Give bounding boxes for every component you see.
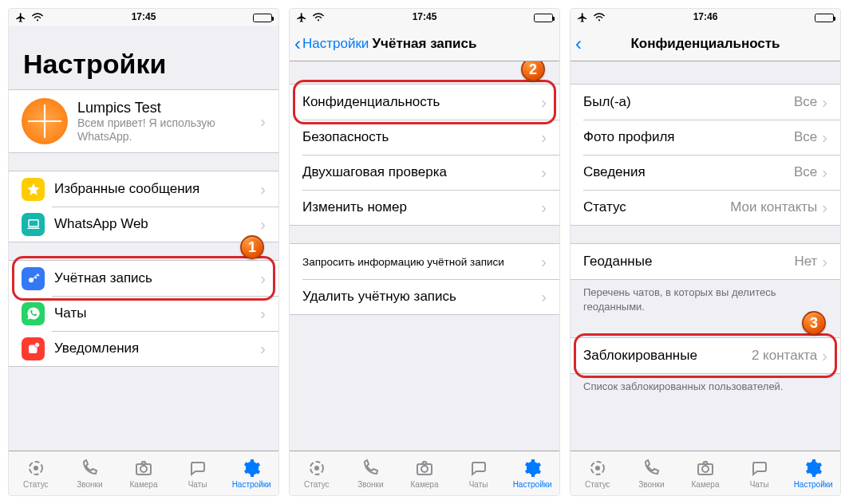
tab-camera[interactable]: Камера [116,451,171,495]
back-button[interactable]: ‹ Настройки [294,26,369,61]
tab-label: Настройки [232,480,271,489]
tab-settings[interactable]: Настройки [224,451,278,495]
step-badge-2: 2 [521,61,545,81]
group-blocked: 3 Заблокированные 2 контакта › [571,337,840,374]
status-bar: 17:46 [571,9,840,26]
tab-status[interactable]: Статус [571,451,625,495]
chevron-right-icon: › [541,253,547,271]
tab-label: Статус [304,480,330,489]
tab-chats[interactable]: Чаты [171,451,225,495]
row-value: Нет [794,254,817,270]
row-chats[interactable]: Чаты › [9,296,278,331]
content-area[interactable]: 2 Конфиденциальность › Безопасность › Дв… [290,61,559,451]
row-starred[interactable]: Избранные сообщения › [9,171,278,207]
camera-icon [133,458,154,478]
tab-status[interactable]: Статус [290,451,344,495]
battery-icon [534,14,553,22]
profile-row[interactable]: Lumpics Test Всем привет! Я использую Wh… [9,90,278,152]
chevron-right-icon: › [260,112,266,131]
row-value: Все [794,164,817,180]
profile-group: Lumpics Test Всем привет! Я использую Wh… [9,89,278,153]
statusbar-time: 17:45 [413,11,437,22]
content-area[interactable]: Был(-а) Все › Фото профиля Все › Сведени… [571,61,840,451]
row-whatsapp-web[interactable]: WhatsApp Web › [9,207,278,242]
group-quicklinks: Избранные сообщения › WhatsApp Web › [9,171,278,242]
row-change-number[interactable]: Изменить номер › [290,190,559,225]
row-blocked[interactable]: Заблокированные 2 контакта › [571,338,840,373]
chevron-right-icon: › [822,347,827,365]
tab-chats[interactable]: Чаты [452,451,506,495]
tab-bar: Статус Звонки Камера Чаты Настройки [571,451,840,495]
row-label: Сведения [583,164,794,180]
tab-camera[interactable]: Камера [397,451,452,495]
row-privacy[interactable]: Конфиденциальность › [290,85,559,120]
tab-label: Камера [130,480,158,489]
row-profile-photo[interactable]: Фото профиля Все › [571,120,840,155]
screen-privacy: 17:46 ‹ Конфиденциальность Был(-а) Все ›… [570,8,841,496]
tab-settings[interactable]: Настройки [505,451,559,495]
nav-bar: ‹ Конфиденциальность [571,26,840,61]
row-label: Двухшаговая проверка [302,164,541,180]
row-delete-account[interactable]: Удалить учётную запись › [290,279,559,314]
camera-icon [695,458,716,478]
tab-label: Настройки [513,480,552,489]
row-label: Статус [583,199,730,215]
chevron-left-icon: ‹ [575,34,582,53]
row-label: Запросить информацию учётной записи [302,256,541,268]
back-button[interactable]: ‹ [575,26,583,61]
row-request-info[interactable]: Запросить информацию учётной записи › [290,244,559,279]
phone-icon [360,458,381,478]
svg-point-9 [318,19,319,21]
phone-icon [79,458,100,478]
tab-calls[interactable]: Звонки [344,451,398,495]
gear-icon [241,458,262,478]
camera-icon [414,458,435,478]
group-privacy-who: Был(-а) Все › Фото профиля Все › Сведени… [571,84,840,226]
tab-camera[interactable]: Камера [678,451,733,495]
step-badge-1: 1 [240,235,264,259]
tab-calls[interactable]: Звонки [63,451,117,495]
page-title: Настройки [9,26,278,89]
row-label: Удалить учётную запись [302,289,541,305]
status-bar: 17:45 [9,9,278,26]
chevron-right-icon: › [822,128,827,147]
tab-status[interactable]: Статус [9,451,63,495]
svg-point-14 [598,19,600,21]
row-label: Учётная запись [54,270,260,286]
content-area[interactable]: Настройки Lumpics Test Всем привет! Я ис… [9,26,278,451]
wifi-icon [593,13,606,22]
status-ring-icon [587,458,608,478]
nav-bar: ‹ Настройки Учётная запись [290,26,559,61]
row-twostep[interactable]: Двухшаговая проверка › [290,155,559,190]
chevron-right-icon: › [260,340,266,358]
tab-label: Статус [23,480,49,489]
row-live-location[interactable]: Геоданные Нет › [571,244,840,279]
svg-point-2 [29,278,34,282]
row-last-seen[interactable]: Был(-а) Все › [571,85,840,120]
tab-chats[interactable]: Чаты [733,451,787,495]
row-value: Все [794,94,817,110]
wifi-icon [31,13,44,22]
row-notifications[interactable]: Уведомления › [9,331,278,366]
star-icon [22,178,45,201]
row-label: Уведомления [54,341,260,356]
svg-point-0 [37,19,38,21]
row-security[interactable]: Безопасность › [290,120,559,155]
airplane-icon [15,12,26,23]
tab-label: Чаты [188,480,207,489]
key-icon [22,267,45,290]
row-about[interactable]: Сведения Все › [571,155,840,190]
status-ring-icon [306,458,327,478]
row-status[interactable]: Статус Мои контакты › [571,190,840,225]
chevron-right-icon: › [260,305,266,323]
row-label: Безопасность [302,129,541,145]
tab-calls[interactable]: Звонки [625,451,679,495]
row-label: Фото профиля [583,129,794,145]
tab-settings[interactable]: Настройки [786,451,840,495]
statusbar-time: 17:45 [132,11,156,22]
status-ring-icon [26,458,46,478]
chevron-right-icon: › [260,270,266,288]
tab-label: Камера [411,480,439,489]
chevron-right-icon: › [822,253,827,271]
row-account[interactable]: Учётная запись › [9,261,278,296]
